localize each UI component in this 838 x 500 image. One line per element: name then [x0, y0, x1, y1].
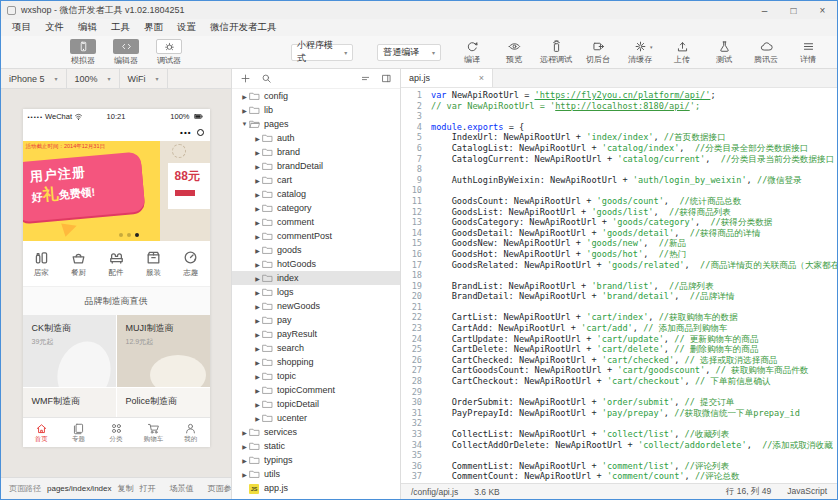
code-line-24[interactable]: 24 CartUpdate: NewApiRootUrl + 'cart/upd…	[401, 334, 837, 345]
tree-item-topicComment[interactable]: ▶topicComment	[232, 383, 400, 397]
toggle-sidebar-icon[interactable]	[381, 73, 392, 84]
minimize-button[interactable]: –	[750, 1, 779, 19]
menu-item-项目[interactable]: 项目	[5, 21, 38, 34]
add-file-icon[interactable]	[240, 73, 251, 84]
tree-item-app.js[interactable]: JSapp.js	[232, 481, 400, 495]
tree-item-cart[interactable]: ▶cart	[232, 173, 400, 187]
code-line-25[interactable]: 25 CartDelete: NewApiRootUrl + 'cart/del…	[401, 344, 837, 355]
maximize-button[interactable]: □	[779, 1, 808, 19]
menu-item-文件[interactable]: 文件	[38, 21, 71, 34]
tree-item-payResult[interactable]: ▶payResult	[232, 327, 400, 341]
tree-item-pay[interactable]: ▶pay	[232, 313, 400, 327]
测试-button[interactable]: 测试	[703, 40, 745, 65]
code-line-35[interactable]: 35	[401, 450, 837, 461]
编译-button[interactable]: 编译	[451, 40, 493, 65]
code-line-33[interactable]: 33 CollectList: NewApiRootUrl + 'collect…	[401, 429, 837, 440]
tree-item-category[interactable]: ▶category	[232, 201, 400, 215]
tree-item-services[interactable]: ▶services	[232, 425, 400, 439]
toggle-调试器[interactable]: 调试器	[149, 39, 189, 66]
miniprogram-capsule[interactable]: •••	[180, 128, 203, 137]
phone-tab-购物车[interactable]: 购物车	[135, 418, 172, 447]
code-line-8[interactable]: 8	[401, 164, 837, 175]
code-line-18[interactable]: 18	[401, 270, 837, 281]
brand-card-CK制造商[interactable]: CK制造商39元起	[23, 315, 116, 387]
code-line-5[interactable]: 5 IndexUrl: NewApiRootUrl + 'index/index…	[401, 132, 837, 143]
phone-tab-我的[interactable]: 我的	[172, 418, 209, 447]
腾讯云-button[interactable]: 腾讯云	[745, 40, 787, 65]
open-button[interactable]: 打开	[140, 483, 156, 494]
toggle-编辑器[interactable]: 编辑器	[106, 39, 146, 66]
tree-item-index[interactable]: ▶index	[232, 271, 400, 285]
code-line-26[interactable]: 26 CartChecked: NewApiRootUrl + 'cart/ch…	[401, 355, 837, 366]
tree-item-topicDetail[interactable]: ▶topicDetail	[232, 397, 400, 411]
phone-tab-首页[interactable]: 首页	[23, 418, 60, 447]
tree-item-newGoods[interactable]: ▶newGoods	[232, 299, 400, 313]
预览-button[interactable]: 预览	[493, 40, 535, 65]
tree-item-utils[interactable]: ▶utils	[232, 467, 400, 481]
tree-item-goods[interactable]: ▶goods	[232, 243, 400, 257]
code-line-29[interactable]: 29	[401, 387, 837, 398]
brand-card-MUJI制造商[interactable]: MUJI制造商12.9元起	[117, 315, 210, 387]
tree-item-catalog[interactable]: ▶catalog	[232, 187, 400, 201]
code-line-19[interactable]: 19 BrandList: NewApiRootUrl + 'brand/lis…	[401, 281, 837, 292]
code-line-31[interactable]: 31 PayPrepayId: NewApiRootUrl + 'pay/pre…	[401, 408, 837, 419]
capsule-exit-icon[interactable]	[197, 129, 204, 136]
code-line-20[interactable]: 20 BrandDetail: NewApiRootUrl + 'brand/d…	[401, 291, 837, 302]
code-line-4[interactable]: 4module.exports = {	[401, 122, 837, 133]
copy-button[interactable]: 复制	[118, 483, 134, 494]
menu-item-编辑[interactable]: 编辑	[71, 21, 104, 34]
category-配件[interactable]: 配件	[97, 241, 134, 286]
language-mode[interactable]: JavaScript	[787, 486, 827, 498]
code-line-16[interactable]: 16 GoodsHot: NewApiRootUrl + 'goods/hot'…	[401, 249, 837, 260]
compile-select[interactable]: 普通编译 ▾	[377, 44, 441, 61]
tree-item-config[interactable]: ▶config	[232, 89, 400, 103]
code-line-17[interactable]: 17 GoodsRelated: NewApiRootUrl + 'goods/…	[401, 260, 837, 271]
category-居家[interactable]: 居家	[23, 241, 60, 286]
menu-item-工具[interactable]: 工具	[104, 21, 137, 34]
code-line-34[interactable]: 34 CollectAddOrDelete: NewApiRootUrl + '…	[401, 440, 837, 451]
search-icon[interactable]	[261, 73, 272, 84]
tree-item-brandDetail[interactable]: ▶brandDetail	[232, 159, 400, 173]
phone-tab-专题[interactable]: 专题	[60, 418, 97, 447]
code-line-28[interactable]: 28 CartCheckout: NewApiRootUrl + 'cart/c…	[401, 376, 837, 387]
tree-item-search[interactable]: ▶search	[232, 341, 400, 355]
code-line-11[interactable]: 11 GoodsCount: NewApiRootUrl + 'goods/co…	[401, 196, 837, 207]
远程调试-button[interactable]: 远程调试	[535, 40, 577, 65]
上传-button[interactable]: 上传	[661, 40, 703, 65]
code-line-7[interactable]: 7 CatalogCurrent: NewApiRootUrl + 'catal…	[401, 154, 837, 165]
banner-slide-promo[interactable]: 活动截止时间：2014年12月31日 用户注册 好礼免费领!	[23, 141, 160, 241]
code-line-14[interactable]: 14 GoodsDetail: NewApiRootUrl + 'goods/d…	[401, 228, 837, 239]
code-line-13[interactable]: 13 GoodsCategory: NewApiRootUrl + 'goods…	[401, 217, 837, 228]
tree-item-comment[interactable]: ▶comment	[232, 215, 400, 229]
tree-item-static[interactable]: ▶static	[232, 439, 400, 453]
code-line-10[interactable]: 10	[401, 185, 837, 196]
capsule-more-icon[interactable]: •••	[180, 128, 191, 137]
tree-item-auth[interactable]: ▶auth	[232, 131, 400, 145]
tree-item-brand[interactable]: ▶brand	[232, 145, 400, 159]
tree-item-logs[interactable]: ▶logs	[232, 285, 400, 299]
tab-api-js[interactable]: api.js ×	[401, 69, 493, 87]
code-editor[interactable]: 1var NewApiRootUrl = 'https://fly2you.cn…	[401, 88, 837, 483]
phone-tab-分类[interactable]: 分类	[97, 418, 134, 447]
scene-value-button[interactable]: 场景值	[170, 483, 194, 494]
close-button[interactable]: ×	[808, 1, 837, 19]
tree-item-topic[interactable]: ▶topic	[232, 369, 400, 383]
清缓存-button[interactable]: ▾清缓存	[619, 40, 661, 65]
tree-item-typings[interactable]: ▶typings	[232, 453, 400, 467]
code-line-32[interactable]: 32	[401, 418, 837, 429]
category-志趣[interactable]: 志趣	[172, 241, 209, 286]
code-line-23[interactable]: 23 CartAdd: NewApiRootUrl + 'cart/add', …	[401, 323, 837, 334]
code-line-6[interactable]: 6 CatalogList: NewApiRootUrl + 'catalog/…	[401, 143, 837, 154]
tree-item-lib[interactable]: ▶lib	[232, 103, 400, 117]
category-服装[interactable]: 服装	[135, 241, 172, 286]
code-line-36[interactable]: 36 CommentList: NewApiRootUrl + 'comment…	[401, 461, 837, 472]
code-line-37[interactable]: 37 CommentCount: NewApiRootUrl + 'commen…	[401, 471, 837, 482]
code-line-2[interactable]: 2// var NewApiRootUrl = 'http://localhos…	[401, 101, 837, 112]
banner-carousel[interactable]: 活动截止时间：2014年12月31日 用户注册 好礼免费领!	[23, 141, 210, 241]
network-select[interactable]: WiFi▾	[120, 69, 168, 88]
code-line-21[interactable]: 21	[401, 302, 837, 313]
code-line-9[interactable]: 9 AuthLoginByWeixin: NewApiRootUrl + 'au…	[401, 175, 837, 186]
mode-select[interactable]: 小程序模式 ▾	[291, 44, 353, 61]
menu-item-设置[interactable]: 设置	[170, 21, 203, 34]
close-tab-icon[interactable]: ×	[479, 73, 484, 83]
